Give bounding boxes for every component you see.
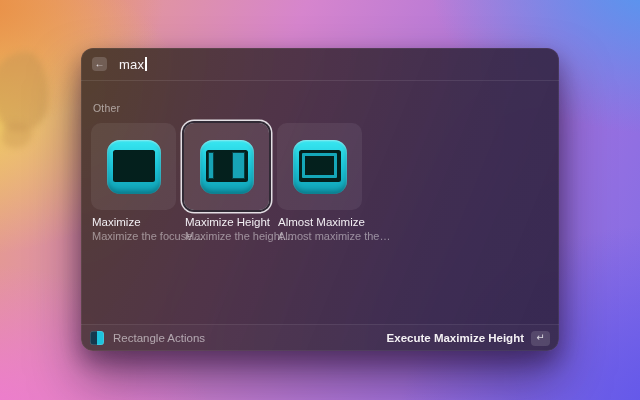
result-tile-maximize[interactable] xyxy=(91,123,176,210)
almost-maximize-screen-glyph xyxy=(299,150,341,182)
primary-action-button[interactable]: Execute Maximize Height ↵ xyxy=(387,331,550,346)
wallpaper-blob-small xyxy=(2,122,32,148)
result-description: Almost maximize the… xyxy=(278,230,362,242)
result-title: Maximize xyxy=(92,216,176,228)
maximize-screen-glyph xyxy=(113,150,155,182)
rectangle-actions-icon xyxy=(90,331,104,345)
result-cell-maximize: Maximize Maximize the focuse… xyxy=(91,123,176,242)
search-query-text: max xyxy=(119,57,144,72)
section-header: Other xyxy=(93,102,549,114)
back-arrow-icon: ← xyxy=(95,59,105,69)
result-cell-maximize-height: Maximize Height Maximize the height… xyxy=(184,123,269,242)
back-button[interactable]: ← xyxy=(92,57,107,71)
desktop-wallpaper: ← max Other Maximize Maximize the focus xyxy=(0,0,640,400)
result-title: Maximize Height xyxy=(185,216,269,228)
search-bar: ← max xyxy=(81,48,559,81)
window-strip-left xyxy=(208,152,214,179)
almost-maximize-icon xyxy=(293,140,347,194)
search-input[interactable]: max xyxy=(119,57,147,72)
results-area: Other Maximize Maximize the focuse… xyxy=(81,81,559,242)
window-inner-frame xyxy=(302,153,337,178)
result-description: Maximize the height… xyxy=(185,230,269,242)
maximize-icon xyxy=(107,140,161,194)
result-tile-maximize-height[interactable] xyxy=(184,123,269,210)
results-grid: Maximize Maximize the focuse… Maximize H xyxy=(91,123,549,242)
result-tile-almost-maximize[interactable] xyxy=(277,123,362,210)
command-palette-window: ← max Other Maximize Maximize the focus xyxy=(81,48,559,351)
text-cursor xyxy=(145,57,147,71)
result-cell-almost-maximize: Almost Maximize Almost maximize the… xyxy=(277,123,362,242)
primary-action-label: Execute Maximize Height xyxy=(387,332,524,344)
extension-name-label: Rectangle Actions xyxy=(113,332,205,344)
maximize-height-screen-glyph xyxy=(206,150,248,182)
result-title: Almost Maximize xyxy=(278,216,362,228)
enter-key-icon: ↵ xyxy=(531,331,550,346)
wallpaper-blob xyxy=(0,52,48,132)
maximize-height-icon xyxy=(200,140,254,194)
footer-bar: Rectangle Actions Execute Maximize Heigh… xyxy=(81,324,559,351)
window-strip-right xyxy=(232,152,245,179)
result-description: Maximize the focuse… xyxy=(92,230,176,242)
